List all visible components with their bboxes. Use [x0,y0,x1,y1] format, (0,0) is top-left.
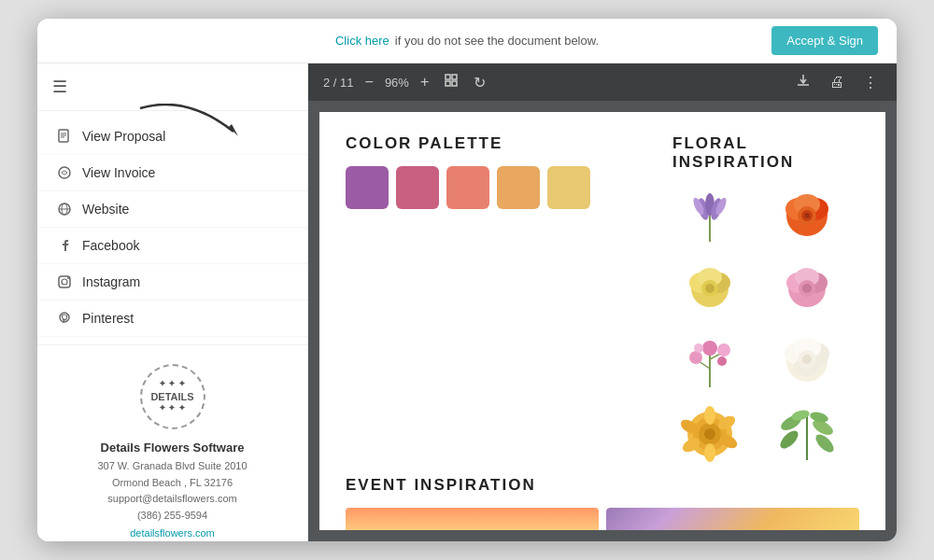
notice-text: if you do not see the document below. [395,34,599,48]
top-bar-notice: Click here if you do not see the documen… [335,34,599,48]
doc-toolbar: 2 / 11 − 96% + ↻ [308,63,897,101]
sidebar-label-view-invoice: View Invoice [82,165,155,180]
svg-point-11 [67,277,69,279]
svg-rect-16 [452,81,457,86]
floral-img-7 [672,401,747,467]
doc-page: COLOR PALETTE FLORAL INSPIRATION [308,101,897,541]
company-logo: ✦ ✦ ✦DETAILS✦ ✦ ✦ [140,364,205,429]
arrow-icon [131,104,252,141]
doc-toolbar-left: 2 / 11 − 96% + ↻ [323,71,489,93]
swatch-5 [547,166,590,209]
floral-title: FLORAL INSPIRATION [672,134,859,172]
svg-point-10 [62,279,67,285]
sidebar: ☰ [37,63,308,541]
sidebar-item-pinterest[interactable]: Pinterest [37,301,307,337]
sidebar-label-website: Website [82,202,129,217]
floral-grid [672,183,859,467]
top-bar: Click here if you do not see the documen… [37,19,897,63]
more-options-button[interactable]: ⋮ [859,72,882,93]
rotate-button[interactable]: ↻ [470,72,489,93]
zoom-in-button[interactable]: + [417,72,432,92]
fit-page-button[interactable] [440,71,462,93]
svg-point-36 [705,284,715,293]
svg-point-72 [813,431,836,455]
color-palette-section: COLOR PALETTE [346,134,635,467]
company-address1: 307 W. Granada Blvd Suite 2010 [52,458,292,475]
svg-point-50 [717,357,727,366]
company-address2: Ormond Beach , FL 32176 [52,475,292,492]
floral-img-4 [770,256,844,321]
svg-point-62 [704,406,715,425]
swatch-4 [497,166,540,209]
main-content: ☰ [37,63,897,541]
sidebar-nav: View Proposal View Invoice [37,111,307,344]
event-title: EVENT INSPIRATION [346,476,859,495]
print-button[interactable]: 🖨 [826,72,848,92]
svg-point-71 [777,427,800,451]
download-button[interactable] [792,71,814,93]
sidebar-item-facebook[interactable]: Facebook [37,228,307,264]
svg-point-46 [689,351,702,364]
instagram-icon [56,273,73,290]
swatch-2 [396,166,439,209]
svg-point-5 [59,167,70,178]
color-swatches [346,166,635,209]
page-content: COLOR PALETTE FLORAL INSPIRATION [319,112,885,530]
svg-point-42 [802,284,812,293]
top-columns: COLOR PALETTE FLORAL INSPIRATION [346,134,859,467]
floral-img-6 [770,329,844,394]
color-palette-title: COLOR PALETTE [346,134,635,153]
hamburger-menu[interactable]: ☰ [52,77,292,97]
zoom-out-button[interactable]: − [361,72,377,92]
svg-point-57 [802,355,812,364]
insp-img-bouquet1: 🌸 [606,508,859,530]
inspiration-grid: 🌸 🌺 [346,508,859,530]
sidebar-footer: ✦ ✦ ✦DETAILS✦ ✦ ✦ Details Flowers Softwa… [37,344,307,541]
sidebar-item-website[interactable]: Website [37,191,307,228]
svg-point-65 [704,443,715,462]
company-name: Details Flowers Software [52,441,292,455]
facebook-icon [56,237,73,254]
event-inspiration-section: EVENT INSPIRATION [346,476,859,530]
company-phone: (386) 255-9594 [52,508,292,525]
doc-toolbar-right: 🖨 ⋮ [792,71,882,93]
page-indicator: 2 / 11 [323,76,354,90]
insp-img-sunset [346,508,599,530]
zoom-level: 96% [385,76,409,90]
sidebar-label-instagram: Instagram [82,274,140,289]
invoice-icon [56,164,73,181]
floral-img-8 [770,401,844,467]
svg-point-48 [702,341,717,356]
floral-img-5 [672,329,747,394]
company-email: support@detailsflowers.com [52,491,292,508]
sidebar-item-instagram[interactable]: Instagram [37,264,307,301]
pinterest-icon [56,310,73,327]
floral-img-3 [672,256,747,321]
floral-img-2 [770,183,844,248]
main-window: Click here if you do not see the documen… [37,19,897,541]
svg-rect-15 [446,81,450,86]
company-website-link[interactable]: detailsflowers.com [130,527,214,539]
svg-point-30 [804,213,810,218]
sidebar-label-facebook: Facebook [82,238,139,253]
svg-point-61 [704,428,715,440]
svg-point-47 [717,343,730,357]
click-here-link[interactable]: Click here [335,34,389,48]
accept-sign-button[interactable]: Accept & Sign [771,26,878,55]
swatch-3 [446,166,489,209]
swatch-1 [346,166,389,209]
floral-section: FLORAL INSPIRATION [672,134,859,467]
svg-point-49 [694,343,703,353]
floral-img-1 [672,183,747,248]
svg-rect-13 [446,75,450,79]
sidebar-item-view-invoice[interactable]: View Invoice [37,155,307,191]
proposal-icon [56,128,73,145]
document-area: 2 / 11 − 96% + ↻ [308,63,897,541]
website-icon [56,201,73,217]
sidebar-label-pinterest: Pinterest [82,311,134,326]
svg-rect-14 [452,75,457,79]
